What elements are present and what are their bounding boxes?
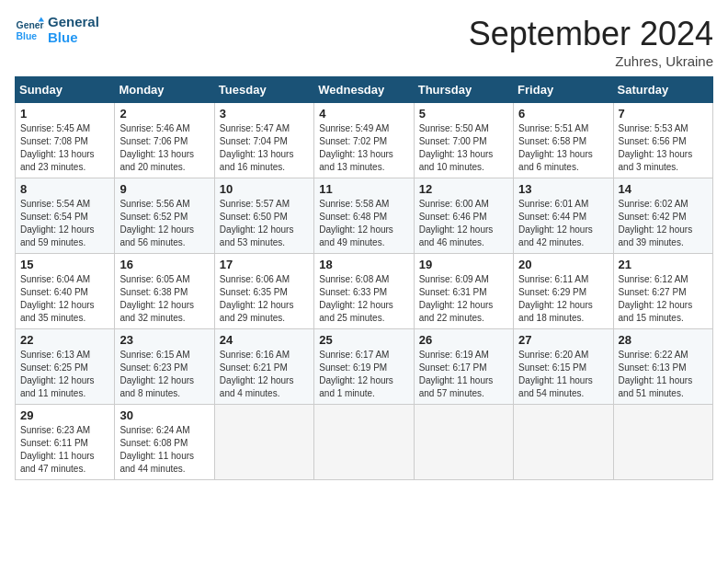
table-row: 13 Sunrise: 6:01 AM Sunset: 6:44 PM Dayl… [514, 178, 613, 254]
table-row: 4 Sunrise: 5:49 AM Sunset: 7:02 PM Dayli… [314, 103, 414, 178]
table-row: 23 Sunrise: 6:15 AM Sunset: 6:23 PM Dayl… [115, 329, 214, 405]
table-row: 3 Sunrise: 5:47 AM Sunset: 7:04 PM Dayli… [214, 103, 313, 178]
table-row: 19 Sunrise: 6:09 AM Sunset: 6:31 PM Dayl… [414, 254, 513, 329]
table-row [613, 405, 712, 480]
header-saturday: Saturday [613, 77, 712, 103]
logo: General Blue General Blue [15, 15, 99, 45]
table-row: 14 Sunrise: 6:02 AM Sunset: 6:42 PM Dayl… [613, 178, 712, 254]
table-row: 15 Sunrise: 6:04 AM Sunset: 6:40 PM Dayl… [16, 254, 115, 329]
svg-text:General: General [17, 20, 44, 30]
logo-general: General [48, 15, 99, 30]
page-header: General Blue General Blue September 2024… [15, 15, 713, 69]
header-sunday: Sunday [16, 77, 115, 103]
table-row: 27 Sunrise: 6:20 AM Sunset: 6:15 PM Dayl… [514, 329, 613, 405]
table-row: 16 Sunrise: 6:05 AM Sunset: 6:38 PM Dayl… [115, 254, 214, 329]
table-row [414, 405, 513, 480]
table-row: 20 Sunrise: 6:11 AM Sunset: 6:29 PM Dayl… [514, 254, 613, 329]
table-row: 18 Sunrise: 6:08 AM Sunset: 6:33 PM Dayl… [314, 254, 414, 329]
header-wednesday: Wednesday [314, 77, 414, 103]
table-row: 6 Sunrise: 5:51 AM Sunset: 6:58 PM Dayli… [514, 103, 613, 178]
table-row: 25 Sunrise: 6:17 AM Sunset: 6:19 PM Dayl… [314, 329, 414, 405]
table-row: 22 Sunrise: 6:13 AM Sunset: 6:25 PM Dayl… [16, 329, 115, 405]
table-row: 28 Sunrise: 6:22 AM Sunset: 6:13 PM Dayl… [613, 329, 712, 405]
svg-text:Blue: Blue [17, 30, 38, 40]
table-row [214, 405, 313, 480]
table-row [314, 405, 414, 480]
month-title: September 2024 [469, 15, 713, 53]
header-friday: Friday [514, 77, 613, 103]
table-row [514, 405, 613, 480]
header-tuesday: Tuesday [214, 77, 313, 103]
table-row: 7 Sunrise: 5:53 AM Sunset: 6:56 PM Dayli… [613, 103, 712, 178]
table-row: 12 Sunrise: 6:00 AM Sunset: 6:46 PM Dayl… [414, 178, 513, 254]
table-row: 29 Sunrise: 6:23 AM Sunset: 6:11 PM Dayl… [16, 405, 115, 480]
table-row: 8 Sunrise: 5:54 AM Sunset: 6:54 PM Dayli… [16, 178, 115, 254]
table-row: 17 Sunrise: 6:06 AM Sunset: 6:35 PM Dayl… [214, 254, 313, 329]
header-monday: Monday [115, 77, 214, 103]
svg-marker-2 [39, 17, 44, 21]
table-row: 10 Sunrise: 5:57 AM Sunset: 6:50 PM Dayl… [214, 178, 313, 254]
table-row: 2 Sunrise: 5:46 AM Sunset: 7:06 PM Dayli… [115, 103, 214, 178]
table-row: 24 Sunrise: 6:16 AM Sunset: 6:21 PM Dayl… [214, 329, 313, 405]
table-row: 26 Sunrise: 6:19 AM Sunset: 6:17 PM Dayl… [414, 329, 513, 405]
calendar-table: Sunday Monday Tuesday Wednesday Thursday… [15, 76, 713, 480]
weekday-header-row: Sunday Monday Tuesday Wednesday Thursday… [16, 77, 713, 103]
table-row: 21 Sunrise: 6:12 AM Sunset: 6:27 PM Dayl… [613, 254, 712, 329]
logo-blue: Blue [48, 30, 99, 46]
table-row: 30 Sunrise: 6:24 AM Sunset: 6:08 PM Dayl… [115, 405, 214, 480]
logo-icon: General Blue [15, 16, 44, 45]
calendar-body: 1 Sunrise: 5:45 AM Sunset: 7:08 PM Dayli… [16, 103, 713, 480]
table-row: 5 Sunrise: 5:50 AM Sunset: 7:00 PM Dayli… [414, 103, 513, 178]
title-area: September 2024 Zuhres, Ukraine [469, 15, 713, 69]
table-row: 11 Sunrise: 5:58 AM Sunset: 6:48 PM Dayl… [314, 178, 414, 254]
location: Zuhres, Ukraine [469, 53, 713, 69]
table-row: 1 Sunrise: 5:45 AM Sunset: 7:08 PM Dayli… [16, 103, 115, 178]
table-row: 9 Sunrise: 5:56 AM Sunset: 6:52 PM Dayli… [115, 178, 214, 254]
header-thursday: Thursday [414, 77, 513, 103]
